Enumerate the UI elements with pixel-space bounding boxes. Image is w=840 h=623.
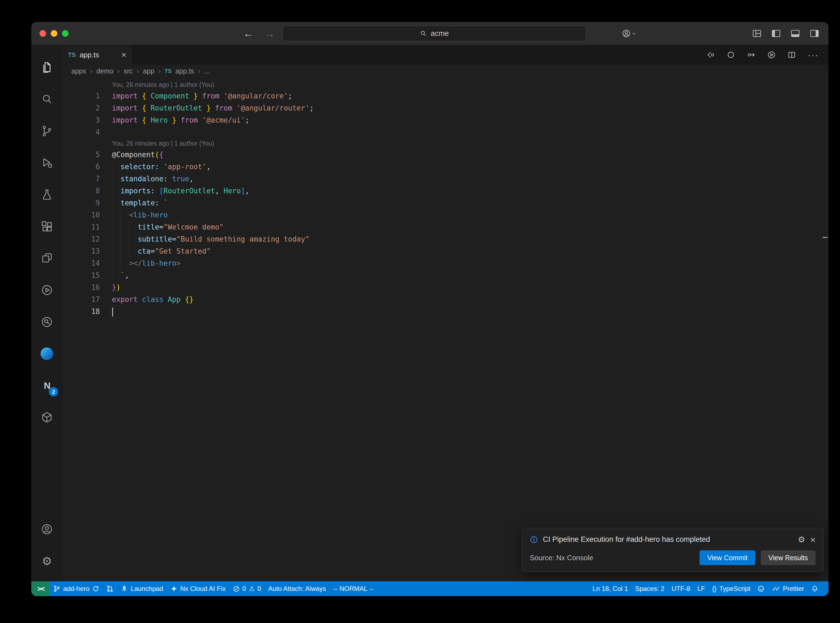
code-line[interactable]: 8 imports: [RouterOutlet, Hero], [63, 185, 828, 197]
sidebar-item-containers[interactable] [31, 401, 63, 433]
code-line[interactable]: 11 title="Welcmoe demo" [63, 221, 828, 233]
open-changes-icon[interactable] [706, 51, 715, 59]
code-line[interactable]: 6 selector: 'app-root', [63, 161, 828, 173]
nx-cloud-ai-fix-button[interactable]: Nx Cloud AI Fix [167, 581, 229, 596]
tab-app-ts[interactable]: TS app.ts × [63, 45, 132, 65]
eol-indicator[interactable]: LF [694, 581, 709, 596]
code-line[interactable]: 15 `, [63, 269, 828, 281]
remote-indicator[interactable]: >< [31, 581, 50, 596]
code-line[interactable]: 7 standalone: true, [63, 173, 828, 185]
line-number[interactable]: 9 [63, 197, 112, 209]
line-number[interactable]: 4 [63, 126, 112, 138]
sidebar-item-remote-explorer[interactable] [31, 242, 63, 274]
code-line[interactable]: 13 cta="Get Started" [63, 245, 828, 257]
forward-icon[interactable]: → [264, 28, 275, 40]
sidebar-item-explorer[interactable] [31, 52, 63, 83]
sidebar-item-run-debug[interactable] [31, 147, 63, 179]
launchpad-button[interactable]: Launchpad [117, 581, 167, 596]
code-line[interactable]: 16}) [63, 281, 828, 293]
code-line[interactable]: 17export class App {} [63, 293, 828, 305]
run-file-icon[interactable] [767, 51, 776, 59]
back-icon[interactable]: ← [243, 28, 253, 40]
line-number[interactable]: 3 [63, 114, 112, 126]
breadcrumb-item[interactable]: demo [96, 67, 114, 75]
breadcrumb-item[interactable]: src [124, 67, 133, 75]
account-menu[interactable]: › [622, 22, 636, 45]
line-number[interactable]: 7 [63, 173, 112, 185]
line-number[interactable]: 6 [63, 161, 112, 173]
code-line[interactable]: 3import { Hero } from '@acme/ui'; [63, 114, 828, 126]
sidebar-item-gitlens-inspect[interactable] [31, 306, 63, 338]
scrollbar[interactable] [822, 77, 828, 581]
line-number[interactable]: 15 [63, 269, 112, 281]
line-number[interactable]: 2 [63, 102, 112, 114]
line-number[interactable]: 14 [63, 257, 112, 269]
toggle-secondary-sidebar-icon[interactable] [810, 29, 819, 38]
breadcrumb-file[interactable]: app.ts [175, 67, 194, 75]
auto-attach-indicator[interactable]: Auto Attach: Always [265, 581, 330, 596]
code-line[interactable]: 4 [63, 126, 828, 138]
notification-settings-icon[interactable]: ⚙ [798, 535, 805, 544]
file-blame-icon[interactable] [726, 51, 735, 59]
line-number[interactable]: 8 [63, 185, 112, 197]
code-line[interactable]: 5@Component({ [63, 149, 828, 161]
notifications-button[interactable] [808, 581, 822, 596]
sidebar-item-edge-tools[interactable] [31, 338, 63, 370]
notification-close-icon[interactable]: × [810, 535, 815, 544]
code-editor[interactable]: You, 26 minutes ago | 1 author (You)1imp… [63, 77, 828, 581]
code-line[interactable]: 10 <lib-hero [63, 209, 828, 221]
breadcrumb-item[interactable]: apps [71, 67, 86, 75]
sidebar-item-nx-console[interactable]: N 2 [31, 370, 63, 401]
encoding-indicator[interactable]: UTF-8 [668, 581, 694, 596]
sidebar-item-testing[interactable] [31, 179, 63, 210]
line-number[interactable]: 16 [63, 281, 112, 293]
line-number[interactable] [63, 138, 112, 149]
pull-request-button[interactable] [103, 581, 117, 596]
code-line[interactable]: 14 ></lib-hero> [63, 257, 828, 269]
view-results-button[interactable]: View Results [761, 550, 815, 565]
line-number[interactable]: 18 [63, 305, 112, 318]
code-line[interactable]: 2import { RouterOutlet } from '@angular/… [63, 102, 828, 114]
toggle-primary-sidebar-icon[interactable] [771, 29, 781, 38]
breadcrumb-more[interactable]: ... [204, 67, 210, 75]
code-line[interactable]: 9 template: ` [63, 197, 828, 209]
code-line[interactable]: 18 [63, 305, 828, 318]
sidebar-item-settings[interactable]: ⚙ [31, 545, 63, 577]
line-number[interactable]: 13 [63, 245, 112, 257]
sidebar-item-source-control[interactable] [31, 115, 63, 147]
account-icon [622, 29, 631, 38]
line-number[interactable]: 11 [63, 221, 112, 233]
toggle-panel-icon[interactable] [791, 29, 800, 38]
customize-layout-icon[interactable] [752, 29, 762, 38]
problems-indicator[interactable]: 0 ⚠ 0 [229, 581, 265, 596]
line-number[interactable]: 5 [63, 149, 112, 161]
sidebar-item-account[interactable] [31, 513, 63, 545]
line-number[interactable]: 17 [63, 293, 112, 305]
line-number[interactable]: 10 [63, 209, 112, 221]
file-heatmap-icon[interactable] [747, 51, 756, 59]
split-editor-icon[interactable] [787, 51, 796, 59]
language-mode-indicator[interactable]: {} TypeScript [709, 581, 754, 596]
breadcrumb-item[interactable]: app [143, 67, 154, 75]
close-window-button[interactable] [40, 30, 46, 37]
sidebar-item-extensions[interactable] [31, 210, 63, 242]
sidebar-item-live-preview[interactable] [31, 274, 63, 306]
vim-mode-indicator[interactable]: -- NORMAL -- [330, 581, 377, 596]
line-number[interactable]: 12 [63, 233, 112, 245]
indentation-indicator[interactable]: Spaces: 2 [631, 581, 668, 596]
more-actions-icon[interactable]: ··· [808, 50, 819, 60]
view-commit-button[interactable]: View Commit [700, 550, 755, 565]
branch-indicator[interactable]: add-hero [50, 581, 103, 596]
cursor-position-indicator[interactable]: Ln 18, Col 1 [589, 581, 631, 596]
code-line[interactable]: 1import { Component } from '@angular/cor… [63, 90, 828, 102]
line-number[interactable] [63, 80, 112, 90]
formatter-indicator[interactable]: ✓✓ Prettier [768, 581, 808, 596]
feedback-button[interactable] [754, 581, 768, 596]
search-bar[interactable]: acme [283, 26, 586, 41]
minimize-window-button[interactable] [51, 30, 57, 37]
code-line[interactable]: 12 subtitle="Build something amazing tod… [63, 233, 828, 245]
zoom-window-button[interactable] [62, 30, 69, 37]
line-number[interactable]: 1 [63, 90, 112, 102]
sidebar-item-search[interactable] [31, 83, 63, 115]
close-tab-icon[interactable]: × [121, 51, 126, 59]
